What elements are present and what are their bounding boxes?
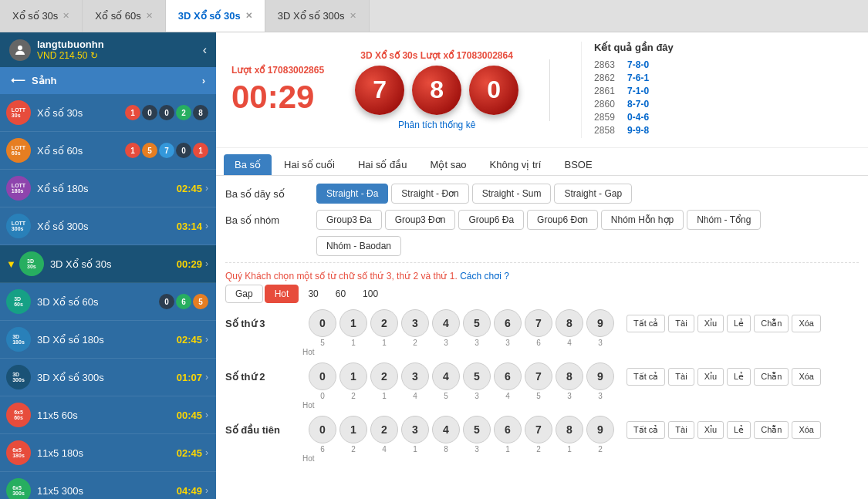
tab-xoso60s[interactable]: Xổ số 60s ✕ xyxy=(83,0,165,32)
num2-xiu[interactable]: Xỉu xyxy=(697,368,724,386)
num2-8[interactable]: 8 xyxy=(556,362,583,390)
sidebar-item-xoso60s[interactable]: LOTT60s Xổ số 60s 1 5 7 0 1 xyxy=(0,132,216,170)
num1-all[interactable]: Tất cả xyxy=(627,421,665,439)
btn-nhom-honhop[interactable]: Nhóm Hỗn hợp xyxy=(601,210,684,230)
btn-nhom-baodan[interactable]: Nhóm - Baodan xyxy=(316,236,401,256)
tab-3d-xoso30s[interactable]: 3D Xổ số 30s ✕ xyxy=(166,0,265,32)
num2-chan[interactable]: Chẵn xyxy=(754,368,789,386)
num1-5[interactable]: 5 xyxy=(463,416,491,443)
btn-30[interactable]: 30 xyxy=(300,285,326,302)
sidebar-item-xoso180s[interactable]: LOTT180s Xổ số 180s 02:45 › xyxy=(0,170,216,207)
num1-le[interactable]: Lẻ xyxy=(727,421,751,439)
bet-row-nhom: Ba số nhóm Group3 Đa Group3 Đơn Group6 Đ… xyxy=(225,210,859,230)
sidebar-item-xoso300s[interactable]: LOTT300s Xổ số 300s 03:14 › xyxy=(0,207,216,245)
howtoplay-link[interactable]: Cách chơi ? xyxy=(460,271,509,282)
active-arrow-icon: ▼ xyxy=(6,258,16,270)
betting-tab-bsoe[interactable]: BSOE xyxy=(553,154,603,175)
num1-xiu[interactable]: Xỉu xyxy=(697,421,724,439)
num2-all[interactable]: Tất cả xyxy=(627,368,665,386)
num2-6[interactable]: 6 xyxy=(494,362,522,390)
num1-chan[interactable]: Chẵn xyxy=(754,421,789,439)
tab-3d-xoso300s[interactable]: 3D Xổ số 300s ✕ xyxy=(265,0,370,32)
num3-chan[interactable]: Chẵn xyxy=(754,315,789,332)
num1-1[interactable]: 1 xyxy=(339,416,367,443)
sidebar-item-11x5-180s[interactable]: 6x5180s 11x5 180s 02:45 › xyxy=(0,434,216,472)
num1-hot-label: Hot xyxy=(225,454,859,463)
sidebar-collapse-btn[interactable]: ‹ xyxy=(203,43,207,57)
btn-hot[interactable]: Hot xyxy=(265,285,299,303)
btn-straight-don[interactable]: Straight - Đơn xyxy=(391,184,468,204)
btn-straight-da[interactable]: Straight - Đa xyxy=(316,184,388,204)
stats-link[interactable]: Phân tích thống kê xyxy=(398,120,475,130)
num3-xoa[interactable]: Xóa xyxy=(792,315,821,332)
num1-0[interactable]: 0 xyxy=(309,416,336,443)
btn-group3-don[interactable]: Group3 Đơn xyxy=(385,210,456,230)
num1-8[interactable]: 8 xyxy=(556,416,583,443)
num2-7[interactable]: 7 xyxy=(525,362,552,390)
btn-60[interactable]: 60 xyxy=(328,285,353,302)
betting-tab-khongvitri[interactable]: Không vị trí xyxy=(479,154,552,175)
sidebar-item-11x5-60s[interactable]: 6x560s 11x5 60s 00:45 › xyxy=(0,396,216,434)
btn-group3-da[interactable]: Group3 Đa xyxy=(316,210,382,230)
num2-4[interactable]: 4 xyxy=(432,362,460,390)
refresh-icon[interactable]: ↻ xyxy=(90,50,98,61)
num1-2[interactable]: 2 xyxy=(370,416,398,443)
btn-straight-gap[interactable]: Straight - Gap xyxy=(554,184,632,204)
btn-group6-da[interactable]: Group6 Đa xyxy=(458,210,524,230)
close-3d-xoso30s-icon[interactable]: ✕ xyxy=(245,11,252,21)
betting-tab-haisodau[interactable]: Hai số đầu xyxy=(347,154,418,175)
betting-tab-mотsao[interactable]: Một sao xyxy=(420,154,478,175)
num3-2[interactable]: 2 xyxy=(370,309,398,337)
btn-group6-don[interactable]: Group6 Đơn xyxy=(527,210,598,230)
num3-7[interactable]: 7 xyxy=(525,309,552,337)
num2-9[interactable]: 9 xyxy=(586,362,614,390)
num3-6[interactable]: 6 xyxy=(494,309,522,337)
num3-4[interactable]: 4 xyxy=(432,309,460,337)
sidebar-item-11x5-300s[interactable]: 6x5300s 11x5 300s 04:49 › xyxy=(0,472,216,499)
num1-tai[interactable]: Tài xyxy=(668,421,694,439)
num3-tai[interactable]: Tài xyxy=(668,315,694,332)
num1-7[interactable]: 7 xyxy=(525,416,552,443)
num1-6[interactable]: 6 xyxy=(494,416,522,443)
num3-all[interactable]: Tất cả xyxy=(627,315,665,332)
sidebar-item-3d-xoso30s[interactable]: ▼ 3D30s 3D Xổ số 30s 00:29 › xyxy=(0,245,216,283)
badges-xoso30s: 1 0 0 2 8 xyxy=(125,105,208,120)
tab-xoso30s[interactable]: Xổ số 30s ✕ xyxy=(0,0,83,32)
num3-9[interactable]: 9 xyxy=(586,309,614,337)
num1-xoa[interactable]: Xóa xyxy=(792,421,821,439)
close-xoso60s-icon[interactable]: ✕ xyxy=(146,11,153,21)
num2-0[interactable]: 0 xyxy=(309,362,336,390)
num2-xoa[interactable]: Xóa xyxy=(792,368,821,386)
num2-5[interactable]: 5 xyxy=(463,362,491,390)
num2-tai[interactable]: Tài xyxy=(668,368,694,386)
btn-straight-sum[interactable]: Straight - Sum xyxy=(472,184,552,204)
sidebar-item-3d-xoso60s[interactable]: 3D60s 3D Xổ số 60s 0 6 5 xyxy=(0,283,216,321)
11x5-60s-chevron: › xyxy=(205,410,208,420)
num2-1[interactable]: 1 xyxy=(339,362,367,390)
num3-xiu[interactable]: Xỉu xyxy=(697,315,724,332)
num1-9[interactable]: 9 xyxy=(586,416,614,443)
close-xoso30s-icon[interactable]: ✕ xyxy=(62,11,69,21)
num1-4[interactable]: 4 xyxy=(432,416,460,443)
sidebar-item-3d-xoso180s[interactable]: 3D180s 3D Xổ số 180s 02:45 › xyxy=(0,321,216,359)
btn-100[interactable]: 100 xyxy=(355,285,386,302)
lobby-item[interactable]: ⟵ Sảnh › xyxy=(0,67,216,94)
num3-le[interactable]: Lẻ xyxy=(727,315,751,332)
betting-tab-haisocuoi[interactable]: Hai số cuối xyxy=(273,154,346,175)
logo-xoso300s: LOTT300s xyxy=(6,214,31,238)
sidebar-item-xoso30s[interactable]: LOTT30s Xổ số 30s 1 0 0 2 8 xyxy=(0,94,216,132)
num3-0[interactable]: 0 xyxy=(309,309,336,337)
btn-gap[interactable]: Gap xyxy=(225,285,263,303)
btn-nhom-tong[interactable]: Nhóm - Tổng xyxy=(687,210,761,230)
num3-3[interactable]: 3 xyxy=(401,309,429,337)
sidebar-item-3d-xoso300s[interactable]: 3D300s 3D Xổ số 300s 01:07 › xyxy=(0,359,216,396)
num3-1[interactable]: 1 xyxy=(339,309,367,337)
num3-8[interactable]: 8 xyxy=(556,309,583,337)
num1-3[interactable]: 3 xyxy=(401,416,429,443)
betting-tab-baso[interactable]: Ba số xyxy=(224,154,272,175)
num2-3[interactable]: 3 xyxy=(401,362,429,390)
num3-5[interactable]: 5 xyxy=(463,309,491,337)
num2-2[interactable]: 2 xyxy=(370,362,398,390)
num2-le[interactable]: Lẻ xyxy=(727,368,751,386)
close-3d-xoso300s-icon[interactable]: ✕ xyxy=(350,11,356,21)
